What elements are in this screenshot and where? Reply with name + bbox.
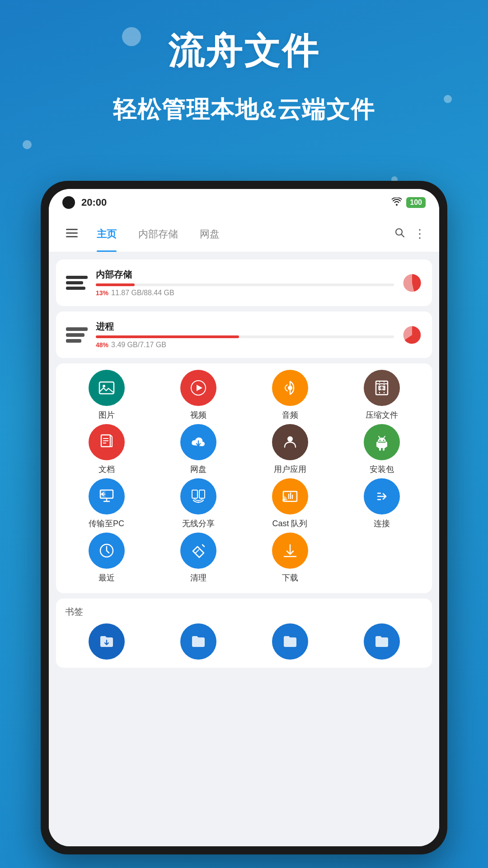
svg-rect-28: [199, 490, 205, 498]
tab-home[interactable]: 主页: [86, 216, 127, 252]
grid-item-wireless[interactable]: 无线分享: [174, 478, 223, 529]
grid-item-audio[interactable]: 音频: [265, 370, 315, 420]
grid-item-download[interactable]: 下载: [265, 533, 315, 583]
svg-line-21: [379, 436, 380, 438]
svg-point-19: [379, 440, 380, 441]
internal-storage-fill: [96, 283, 135, 286]
image-label: 图片: [99, 410, 115, 420]
cloud-icon: [180, 424, 216, 460]
grid-item-cloud[interactable]: 网盘: [174, 424, 223, 475]
video-label: 视频: [190, 410, 206, 420]
app-title: 流舟文件: [0, 27, 488, 76]
svg-point-20: [383, 440, 384, 441]
grid-item-pc[interactable]: 传输至PC: [82, 478, 131, 529]
bookmark-item-4[interactable]: [357, 623, 407, 663]
doc-icon: [89, 424, 125, 460]
phone-screen: 20:00 100: [49, 189, 439, 846]
search-icon[interactable]: [394, 227, 405, 241]
svg-line-22: [384, 436, 385, 438]
wireless-label: 无线分享: [182, 518, 215, 529]
wifi-icon: [392, 198, 402, 208]
grid-item-android[interactable]: 安装包: [357, 424, 407, 475]
deco-dot-3: [23, 140, 32, 149]
archive-icon: [364, 370, 400, 406]
process-progress-bar: [96, 335, 394, 338]
grid-section: 图片 视频 音频: [56, 363, 432, 593]
bookmark-item-1[interactable]: [82, 623, 131, 663]
connect-label: 连接: [374, 518, 390, 529]
android-icon: [364, 424, 400, 460]
process-icon: [66, 324, 88, 346]
internal-pie: [402, 273, 422, 293]
grid-item-video[interactable]: 视频: [174, 370, 223, 420]
camera-dot: [62, 196, 75, 209]
grid-item-clean[interactable]: 清理: [174, 533, 223, 583]
wireless-icon: [180, 478, 216, 514]
grid-row-1: 图片 视频 音频: [61, 370, 427, 420]
nav-actions: ⋮: [394, 227, 430, 241]
grid-item-recent[interactable]: 最近: [82, 533, 131, 583]
internal-percent: 13%: [96, 289, 108, 297]
archive-label: 压缩文件: [366, 410, 398, 420]
process-fill: [96, 335, 239, 338]
bookmark-folder-down-icon: [89, 623, 125, 660]
internal-storage-name: 内部存储: [96, 269, 394, 281]
storage-card-process[interactable]: 进程 48% 3.49 GB/7.17 GB: [56, 311, 432, 358]
nav-tabs: 主页 内部存储 网盘: [86, 216, 394, 252]
grid-item-userapp[interactable]: 用户应用: [265, 424, 315, 475]
status-left: 20:00: [62, 196, 107, 209]
process-name: 进程: [96, 321, 394, 333]
svg-point-8: [103, 385, 105, 387]
download-icon: [272, 533, 308, 569]
recent-label: 最近: [99, 572, 115, 583]
storage-card-internal[interactable]: 内部存储 13% 11.87 GB/88.44 GB: [56, 259, 432, 306]
tab-cloud[interactable]: 网盘: [189, 216, 230, 252]
clean-label: 清理: [190, 572, 206, 583]
svg-rect-1: [66, 232, 78, 234]
svg-rect-27: [192, 490, 197, 498]
app-subtitle: 轻松管理本地&云端文件: [0, 94, 488, 126]
bookmark-section: 书签: [56, 599, 432, 668]
bookmark-folder-icon-4: [364, 623, 400, 660]
process-size: 3.49 GB/7.17 GB: [111, 341, 166, 349]
process-percent: 48%: [96, 341, 108, 349]
bookmark-folder-icon-3: [272, 623, 308, 660]
internal-storage-icon: [66, 272, 88, 294]
menu-icon[interactable]: [58, 227, 86, 241]
audio-icon: [272, 370, 308, 406]
internal-storage-progress-bar: [96, 283, 394, 286]
grid-item-doc[interactable]: 文档: [82, 424, 131, 475]
screen-content: 内部存储 13% 11.87 GB/88.44 GB: [49, 252, 439, 846]
status-right: 100: [392, 197, 426, 208]
grid-item-image[interactable]: 图片: [82, 370, 131, 420]
bookmark-folder-icon-2: [180, 623, 216, 660]
cast-label: Cast 队列: [272, 518, 307, 529]
grid-item-archive[interactable]: 压缩文件: [357, 370, 407, 420]
svg-rect-2: [66, 236, 78, 237]
image-icon: [89, 370, 125, 406]
more-icon[interactable]: ⋮: [414, 227, 426, 241]
phone-mockup: 20:00 100: [41, 181, 447, 854]
grid-item-cast[interactable]: Cast 队列: [265, 478, 315, 529]
recent-icon: [89, 533, 125, 569]
svg-point-31: [282, 500, 284, 501]
grid-row-4: 最近 清理 下载: [61, 533, 427, 583]
status-time: 20:00: [81, 197, 107, 208]
battery-badge: 100: [406, 197, 426, 208]
process-info: 进程 48% 3.49 GB/7.17 GB: [96, 321, 394, 349]
audio-label: 音频: [282, 410, 298, 420]
tab-internal[interactable]: 内部存储: [127, 216, 189, 252]
userapp-label: 用户应用: [274, 464, 306, 475]
cloud-label: 网盘: [190, 464, 206, 475]
doc-label: 文档: [99, 464, 115, 475]
svg-point-29: [197, 502, 199, 503]
bookmark-item-2[interactable]: [174, 623, 223, 663]
video-icon: [180, 370, 216, 406]
app-header: 流舟文件 轻松管理本地&云端文件: [0, 27, 488, 126]
svg-line-4: [402, 235, 404, 237]
bookmark-item-3[interactable]: [265, 623, 315, 663]
bookmark-title: 书签: [61, 606, 427, 618]
userapp-icon: [272, 424, 308, 460]
grid-item-connect[interactable]: 连接: [357, 478, 407, 529]
internal-size: 11.87 GB/88.44 GB: [111, 289, 174, 297]
